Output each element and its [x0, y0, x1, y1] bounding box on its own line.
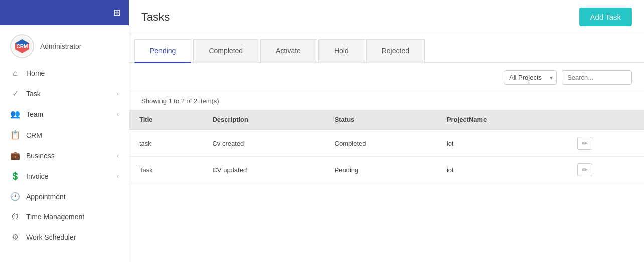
sidebar: ⊞ CRM Administrator ⌂ Home ✓ Task ‹: [0, 0, 129, 262]
add-task-button[interactable]: Add Task: [579, 8, 632, 26]
grid-icon[interactable]: ⊞: [113, 7, 121, 18]
chevron-icon-invoice: ‹: [117, 173, 119, 180]
tab-hold[interactable]: Hold: [318, 39, 364, 63]
tab-completed[interactable]: Completed: [193, 39, 258, 63]
row1-title: task: [129, 130, 202, 157]
main-content: Tasks Add Task Pending Completed Activat…: [129, 0, 644, 262]
table-wrapper: Title Description Status ProjectName tas…: [129, 110, 644, 262]
sidebar-item-label-home: Home: [26, 69, 45, 77]
sidebar-item-crm[interactable]: 📋 CRM: [0, 124, 129, 145]
sidebar-item-home[interactable]: ⌂ Home: [0, 63, 129, 83]
tasks-table: Title Description Status ProjectName tas…: [129, 110, 644, 183]
row2-actions: ✏: [567, 157, 644, 183]
projects-select-wrapper: All Projects Project A Project B: [504, 70, 557, 85]
sidebar-item-task[interactable]: ✓ Task ‹: [0, 83, 129, 104]
home-icon: ⌂: [10, 69, 20, 78]
chevron-icon-team: ‹: [117, 111, 119, 118]
row1-description: Cv created: [202, 130, 324, 157]
col-projectname: ProjectName: [437, 110, 567, 130]
toolbar-row: All Projects Project A Project B: [129, 63, 644, 92]
col-title: Title: [129, 110, 202, 130]
sidebar-item-appointment[interactable]: 🕐 Appointment: [0, 186, 129, 207]
sidebar-item-label-task: Task: [26, 90, 41, 98]
row2-description: CV updated: [202, 157, 324, 183]
chevron-icon-business: ‹: [117, 152, 119, 159]
sidebar-item-label-business: Business: [26, 152, 55, 160]
row2-project: iot: [437, 157, 567, 183]
sidebar-header: ⊞: [0, 0, 129, 25]
sidebar-item-label-crm: CRM: [26, 131, 42, 139]
sidebar-item-work-scheduler[interactable]: ⚙ Work Scheduler: [0, 227, 129, 247]
sidebar-logo-row: CRM Administrator: [0, 25, 129, 63]
sidebar-item-business[interactable]: 💼 Business ‹: [0, 145, 129, 166]
items-info: Showing 1 to 2 of 2 item(s): [129, 92, 644, 110]
chevron-icon: ‹: [117, 90, 119, 97]
col-actions: [567, 110, 644, 130]
scheduler-icon: ⚙: [10, 232, 20, 242]
sidebar-item-team[interactable]: 👥 Team ‹: [0, 104, 129, 124]
team-icon: 👥: [10, 109, 20, 119]
row1-status: Completed: [325, 130, 437, 157]
edit-button-row1[interactable]: ✏: [577, 137, 592, 150]
table-row: task Cv created Completed iot ✏: [129, 130, 644, 157]
appointment-icon: 🕐: [10, 192, 20, 201]
edit-button-row2[interactable]: ✏: [577, 163, 592, 176]
sidebar-item-label-scheduler: Work Scheduler: [26, 233, 76, 241]
content-area: Pending Completed Activate Hold Rejected…: [129, 34, 644, 262]
search-input[interactable]: [562, 70, 632, 85]
tab-activate[interactable]: Activate: [260, 39, 316, 63]
table-header: Title Description Status ProjectName: [129, 110, 644, 130]
page-title: Tasks: [141, 11, 170, 24]
main-header: Tasks Add Task: [129, 0, 644, 34]
sidebar-nav: ⌂ Home ✓ Task ‹ 👥 Team ‹ 📋 CRM: [0, 63, 129, 262]
crm-icon: 📋: [10, 130, 20, 140]
svg-text:CRM: CRM: [17, 44, 28, 49]
row1-project: iot: [437, 130, 567, 157]
sidebar-item-time-management[interactable]: ⏱ Time Management: [0, 207, 129, 227]
task-icon: ✓: [10, 89, 20, 98]
crm-logo: CRM: [10, 34, 34, 58]
sidebar-item-label-team: Team: [26, 110, 43, 118]
row1-actions: ✏: [567, 130, 644, 157]
col-status: Status: [325, 110, 437, 130]
row2-title: Task: [129, 157, 202, 183]
projects-select[interactable]: All Projects Project A Project B: [504, 70, 557, 85]
business-icon: 💼: [10, 151, 20, 160]
row2-status: Pending: [325, 157, 437, 183]
tab-pending[interactable]: Pending: [134, 39, 191, 63]
col-description: Description: [202, 110, 324, 130]
sidebar-item-label-invoice: Invoice: [26, 172, 48, 180]
table-body: task Cv created Completed iot ✏ Task CV …: [129, 130, 644, 183]
tab-rejected[interactable]: Rejected: [366, 39, 425, 63]
tabs-row: Pending Completed Activate Hold Rejected: [129, 34, 644, 63]
time-icon: ⏱: [10, 212, 20, 221]
table-row: Task CV updated Pending iot ✏: [129, 157, 644, 183]
invoice-icon: 💲: [10, 171, 20, 181]
sidebar-item-invoice[interactable]: 💲 Invoice ‹: [0, 166, 129, 186]
sidebar-item-label-time: Time Management: [26, 213, 84, 221]
sidebar-item-label-appointment: Appointment: [26, 193, 66, 201]
admin-label: Administrator: [40, 42, 81, 50]
